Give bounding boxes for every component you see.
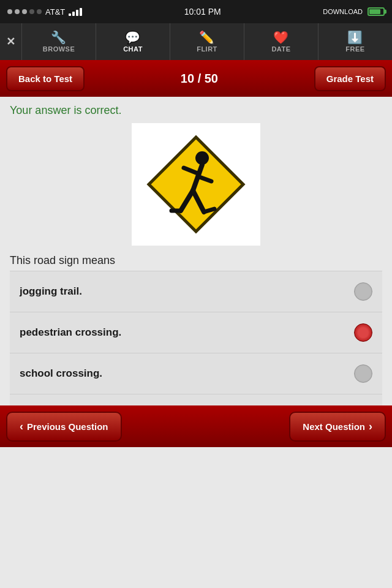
battery-icon — [368, 7, 385, 16]
footer: ‹ Previous Question Next Question › — [0, 405, 392, 447]
browse-label: BROWSE — [43, 45, 75, 53]
status-right: DOWNLOAD — [323, 7, 385, 16]
next-arrow-icon: › — [369, 420, 372, 433]
tab-chat[interactable]: 💬 CHAT — [96, 23, 170, 60]
tab-date[interactable]: ❤️ DATE — [244, 23, 318, 60]
question-text: This road sign means — [10, 254, 382, 267]
date-label: DATE — [271, 45, 290, 53]
sign-image-container — [10, 123, 382, 246]
prev-arrow-icon: ‹ — [20, 420, 23, 433]
option-b[interactable]: pedestrian crossing. — [10, 312, 382, 353]
free-icon: ⬇️ — [347, 31, 363, 43]
status-time: 10:01 PM — [184, 7, 221, 17]
option-c-radio[interactable] — [354, 364, 372, 383]
road-sign-image — [132, 123, 260, 246]
next-question-button[interactable]: Next Question › — [289, 412, 386, 442]
progress-indicator: 10 / 50 — [181, 72, 218, 86]
grade-test-button[interactable]: Grade Test — [314, 66, 386, 91]
option-a[interactable]: jogging trail. — [10, 271, 382, 312]
close-tab[interactable]: ✕ — [0, 23, 22, 60]
correct-feedback: Your answer is correct. — [10, 104, 382, 117]
previous-question-button[interactable]: ‹ Previous Question — [6, 412, 122, 442]
option-c[interactable]: school crossing. — [10, 353, 382, 394]
prev-label: Previous Question — [27, 421, 108, 432]
back-to-test-button[interactable]: Back to Test — [6, 66, 85, 91]
pedestrian-crossing-sign-svg — [144, 132, 248, 236]
signal-dots — [7, 9, 42, 14]
tab-browse[interactable]: 🔧 BROWSE — [22, 23, 96, 60]
header: Back to Test 10 / 50 Grade Test — [0, 60, 392, 97]
download-label: DOWNLOAD — [323, 8, 363, 15]
next-label: Next Question — [303, 421, 365, 432]
free-label: FREE — [345, 45, 364, 53]
status-bar: AT&T 10:01 PM DOWNLOAD — [0, 0, 392, 23]
status-left: AT&T — [7, 7, 82, 17]
chat-icon: 💬 — [125, 31, 141, 43]
option-b-radio[interactable] — [354, 323, 372, 342]
gray-bottom-area — [0, 447, 392, 588]
option-a-radio[interactable] — [354, 282, 372, 301]
close-icon: ✕ — [6, 35, 16, 48]
option-b-label: pedestrian crossing. — [20, 326, 121, 339]
option-a-label: jogging trail. — [20, 285, 82, 298]
tab-free[interactable]: ⬇️ FREE — [318, 23, 392, 60]
tab-flirt[interactable]: ✏️ FLIRT — [170, 23, 244, 60]
option-c-label: school crossing. — [20, 368, 102, 380]
nav-tabs: ✕ 🔧 BROWSE 💬 CHAT ✏️ FLIRT ❤️ DATE ⬇️ FR… — [0, 23, 392, 60]
content-area: Your answer is correct. — [0, 97, 392, 435]
flirt-icon: ✏️ — [199, 31, 215, 43]
browse-icon: 🔧 — [51, 31, 67, 43]
date-icon: ❤️ — [273, 31, 289, 43]
flirt-label: FLIRT — [197, 45, 217, 53]
carrier-label: AT&T — [45, 7, 65, 17]
wifi-icon — [69, 8, 82, 16]
chat-label: CHAT — [123, 45, 143, 53]
svg-line-9 — [204, 209, 214, 212]
